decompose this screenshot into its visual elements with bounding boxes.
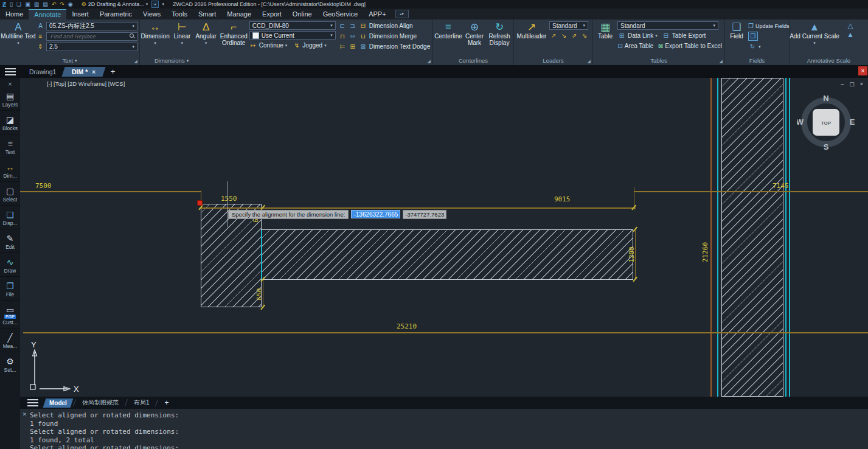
minimize-icon[interactable]: ‒ xyxy=(841,81,844,87)
orbit-icon[interactable]: ◉ xyxy=(68,1,73,7)
multiline-text-button[interactable]: A Multiline Text ▾ xyxy=(0,19,36,56)
dialog-launcher-icon[interactable]: ◢ xyxy=(134,59,137,64)
ribbon-tab-geoservice[interactable]: GeoService xyxy=(318,9,363,19)
find-replace-field[interactable] xyxy=(46,32,137,41)
dimension-label-7145[interactable]: 7145 xyxy=(773,182,789,190)
dimension-line-chain[interactable] xyxy=(201,207,636,209)
dimension-label-1550[interactable]: 1550 xyxy=(221,195,237,203)
dimension-label-1200[interactable]: 1200 xyxy=(628,243,636,267)
ribbon-tab-parametric[interactable]: Parametric xyxy=(94,9,137,19)
table-export-button[interactable]: Table Export xyxy=(672,32,706,39)
ribbon-tab-insert[interactable]: Insert xyxy=(66,9,94,19)
sidebar-item-draw[interactable]: ∿ Draw xyxy=(0,257,20,277)
dim-dodge-icon-b[interactable]: ⊞ xyxy=(349,43,357,50)
hatched-wall-column[interactable] xyxy=(721,78,783,397)
centerline-button[interactable]: ≡ Centerline xyxy=(434,19,462,56)
ribbon-tab-annotate[interactable]: Annotate xyxy=(29,9,66,19)
sidebar-item-blocks[interactable]: ◪ Blocks xyxy=(0,115,20,134)
grip-point[interactable] xyxy=(197,200,203,206)
linear-button[interactable]: ⊢ Linear ▾ xyxy=(170,19,193,56)
ribbon-display-options[interactable]: ▪▾ xyxy=(395,10,409,18)
hatched-beam-section[interactable] xyxy=(262,229,633,280)
sidebar-item-display[interactable]: ❏ Disp... xyxy=(0,210,20,229)
dimension-label-25210[interactable]: 25210 xyxy=(397,322,417,330)
dim-align-icon-b[interactable]: ⊐ xyxy=(349,22,357,30)
dim-dodge-icon-a[interactable]: ⊨ xyxy=(338,43,347,50)
ribbon-tab-tools[interactable]: Tools xyxy=(166,9,193,19)
compass-east[interactable]: E xyxy=(850,117,855,127)
grid-axis-line[interactable] xyxy=(710,78,712,397)
leader-remove-icon[interactable]: ↘ xyxy=(560,32,568,40)
refresh-display-button[interactable]: ↻ Refresh Display xyxy=(487,19,512,56)
dynamic-input-x-field[interactable]: -13626322.7665 xyxy=(351,210,400,218)
sidebar-item-settings[interactable]: ⚙ Set... xyxy=(0,357,20,375)
panel-label-text[interactable]: Text▾ xyxy=(0,56,139,65)
undo-icon[interactable]: ↶ xyxy=(52,1,57,7)
annotative-autoscale-icon[interactable]: ▲ xyxy=(846,30,855,38)
close-icon[interactable]: × xyxy=(860,81,863,87)
add-current-scale-button[interactable]: ▲ Add Current Scale ▾ xyxy=(790,19,839,56)
dim-merge-icon-b[interactable]: ∾ xyxy=(349,32,357,40)
ribbon-tab-online[interactable]: Online xyxy=(287,9,318,19)
redo-icon[interactable]: ↷ xyxy=(60,1,64,7)
center-mark-button[interactable]: ⊕ Center Mark xyxy=(462,19,487,56)
new-icon[interactable]: ▯ xyxy=(10,1,13,7)
text-height-select[interactable]: 2.5 ▾ xyxy=(46,43,137,51)
sidebar-item-file[interactable]: ❐ File xyxy=(0,281,20,301)
restore-icon[interactable]: ▢ xyxy=(849,81,855,87)
leader-add-icon[interactable]: ↗ xyxy=(549,32,558,40)
ribbon-tab-views[interactable]: Views xyxy=(137,9,166,19)
dim-merge-icon-a[interactable]: ⊓ xyxy=(338,32,347,40)
compass-west[interactable]: W xyxy=(797,117,804,127)
clipboard-button[interactable]: ▪ xyxy=(151,1,158,8)
panel-label-dimensions[interactable]: Dimensions▾ xyxy=(140,56,432,65)
viewport-controls[interactable]: [-] [Top] [2D Wireframe] [WCS] xyxy=(47,80,125,87)
new-layout-button[interactable]: + xyxy=(159,397,173,408)
dim-layer-select[interactable]: Use Current ▾ xyxy=(249,31,336,40)
sidebar-item-customize[interactable]: ▭ PGP Cust... xyxy=(0,305,20,329)
dimension-merge-icon[interactable]: ⊔ xyxy=(359,32,367,40)
sidebar-close-icon[interactable]: × xyxy=(8,80,12,88)
dimension-merge-button[interactable]: Dimension Merge xyxy=(369,33,417,40)
print-icon[interactable]: ▤ xyxy=(43,1,48,7)
command-line-window[interactable]: × Select aligned or rotated dimensions: … xyxy=(20,409,868,449)
dynamic-input-y-field[interactable]: -3747727.7623 xyxy=(403,210,446,219)
update-fields-button[interactable]: Update Fields xyxy=(755,23,790,29)
close-drawing-button[interactable]: × xyxy=(858,66,867,75)
workspace-switcher[interactable]: ⚙ 2D Drafting & Annota... ▾ xyxy=(82,1,148,7)
wall-edge-line[interactable] xyxy=(789,78,790,397)
ribbon-tab-app-plus[interactable]: APP+ xyxy=(363,9,391,19)
save-icon[interactable]: ▣ xyxy=(25,1,30,7)
ribbon-tab-manage[interactable]: Manage xyxy=(221,9,257,19)
angular-button[interactable]: ∆ Angular ▾ xyxy=(194,19,218,56)
drawing-tab-dim[interactable]: DIM * × xyxy=(62,67,106,77)
dimension-text-dodge-button[interactable]: Dimension Text Dodge xyxy=(369,43,430,50)
drawing-tab-drawing1[interactable]: Drawing1 xyxy=(22,68,63,75)
data-link-button[interactable]: Data Link xyxy=(628,32,653,39)
dim-style-select[interactable]: CCD_DIM-80 ▾ xyxy=(249,21,336,30)
sidebar-item-measure[interactable]: ╱ Mea... xyxy=(0,333,20,352)
dimension-align-icon[interactable]: ⊟ xyxy=(359,22,367,30)
dimension-label-partial[interactable]: 6 xyxy=(252,218,260,223)
area-table-button[interactable]: Area Table xyxy=(625,43,654,49)
dimension-label-21260[interactable]: 21260 xyxy=(701,238,709,266)
ribbon-tab-home[interactable]: Home xyxy=(0,9,29,19)
wall-edge-line[interactable] xyxy=(785,78,786,397)
dim-align-icon-a[interactable]: ⊏ xyxy=(338,22,347,30)
sidebar-item-layers[interactable]: ▤ Layers xyxy=(0,91,20,111)
dialog-launcher-icon[interactable]: ◢ xyxy=(428,59,431,64)
dialog-launcher-icon[interactable]: ◢ xyxy=(588,59,591,64)
search-icon[interactable] xyxy=(130,33,134,39)
save-as-icon[interactable]: ▥ xyxy=(34,1,40,7)
find-replace-input[interactable] xyxy=(49,32,130,40)
field-button[interactable]: ❑ Field xyxy=(725,19,748,56)
compass-north[interactable]: N xyxy=(823,94,828,103)
layout-tab-model[interactable]: Model xyxy=(43,399,74,408)
dimension-button[interactable]: ↔ Dimension ▾ xyxy=(140,19,170,56)
leader-collect-icon[interactable]: ⇘ xyxy=(580,32,589,40)
field-display-icon[interactable]: ❒ xyxy=(748,32,758,41)
dimension-line-7145[interactable] xyxy=(634,191,868,192)
mleader-style-select[interactable]: Standard ▾ xyxy=(549,21,588,30)
leader-align-icon[interactable]: ⇗ xyxy=(570,32,578,40)
jogged-button[interactable]: Jogged xyxy=(302,42,322,49)
